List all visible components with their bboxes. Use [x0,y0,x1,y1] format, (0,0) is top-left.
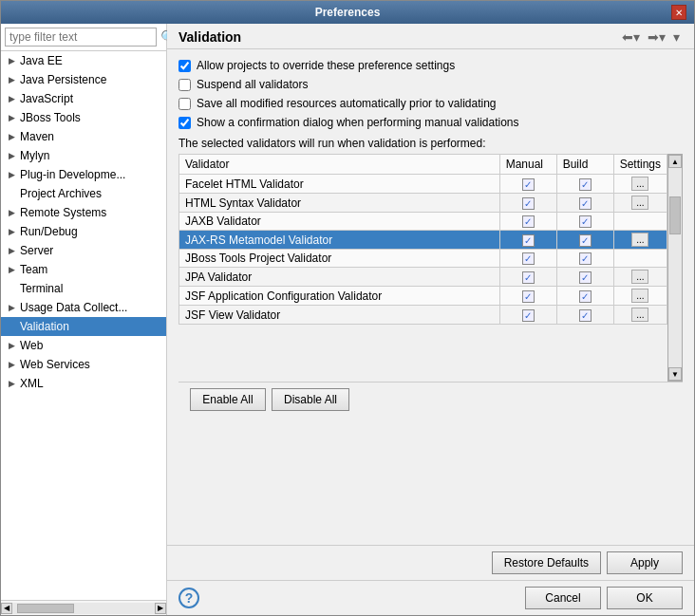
sidebar-item-maven[interactable]: ▶Maven [1,127,166,146]
checkbox-save-modified[interactable] [178,98,191,110]
settings-button[interactable]: ... [631,177,648,191]
table-vscrollbar[interactable]: ▲ ▼ [667,154,683,382]
sidebar-item-jboss-tools[interactable]: ▶JBoss Tools [1,108,166,127]
validator-name: JAXB Validator [179,213,500,231]
disable-all-button[interactable]: Disable All [272,388,349,411]
scroll-left-arrow[interactable]: ◀ [1,603,12,614]
sidebar-item-web[interactable]: ▶Web [1,336,166,355]
table-row[interactable]: JAXB Validator [179,213,667,231]
settings-cell[interactable]: ... [613,268,667,287]
apply-button[interactable]: Apply [607,551,683,574]
ok-button[interactable]: OK [607,587,683,609]
sidebar-item-label: Java Persistence [20,73,106,86]
sidebar-item-web-services[interactable]: ▶Web Services [1,355,166,374]
sidebar-item-terminal[interactable]: Terminal [1,279,166,298]
sidebar-item-team[interactable]: ▶Team [1,260,166,279]
build-cell[interactable] [556,250,613,268]
table-row[interactable]: JSF Application Configuration Validator.… [179,287,667,306]
validator-name: JAX-RS Metamodel Validator [179,231,500,250]
manual-cell[interactable] [499,231,556,250]
build-cell[interactable] [556,194,613,213]
table-row[interactable]: Facelet HTML Validator... [179,175,667,194]
settings-cell[interactable] [613,250,667,268]
sidebar-item-run-debug[interactable]: ▶Run/Debug [1,222,166,241]
vscroll-thumb [669,196,681,234]
nav-back-button[interactable]: ⬅▾ [619,29,643,45]
restore-defaults-button[interactable]: Restore Defaults [492,551,601,574]
nav-buttons: ⬅▾ ➡▾ ▾ [619,29,683,45]
close-button[interactable]: ✕ [671,5,686,20]
sidebar-item-label: Usage Data Collect... [20,301,127,314]
table-row[interactable]: JAX-RS Metamodel Validator... [179,231,667,250]
sidebar-item-project-archives[interactable]: Project Archives [1,184,166,203]
sidebar-item-validation[interactable]: Validation [1,317,166,336]
sidebar-item-usage-data[interactable]: ▶Usage Data Collect... [1,298,166,317]
settings-button[interactable]: ... [631,233,648,247]
manual-cell[interactable] [499,213,556,231]
arrow-icon: ▶ [9,227,20,236]
settings-cell[interactable]: ... [613,194,667,213]
build-checkbox-icon [579,215,592,228]
filter-input[interactable] [5,28,157,47]
checkbox-label-save-modified: Save all modified resources automaticall… [197,97,497,110]
settings-button[interactable]: ... [631,270,648,284]
cancel-button[interactable]: Cancel [525,587,601,609]
build-cell[interactable] [556,175,613,194]
sidebar-item-plugin-development[interactable]: ▶Plug-in Developme... [1,165,166,184]
sidebar-item-server[interactable]: ▶Server [1,241,166,260]
manual-cell[interactable] [499,306,556,325]
settings-cell[interactable]: ... [613,231,667,250]
settings-cell[interactable]: ... [613,175,667,194]
manual-checkbox-icon [522,215,535,228]
nav-menu-button[interactable]: ▾ [670,29,683,45]
sidebar-item-java-persistence[interactable]: ▶Java Persistence [1,70,166,89]
table-row[interactable]: JSF View Validator... [179,306,667,325]
scroll-right-arrow[interactable]: ▶ [155,603,166,614]
settings-button[interactable]: ... [631,289,648,303]
manual-cell[interactable] [499,268,556,287]
sidebar-item-javascript[interactable]: ▶JavaScript [1,89,166,108]
vscroll-down-arrow[interactable]: ▼ [668,367,682,381]
table-row[interactable]: JBoss Tools Project Validator [179,250,667,268]
settings-button[interactable]: ... [631,308,648,322]
sidebar-item-label: Server [20,244,53,257]
h-scroll-thumb [17,604,74,613]
sidebar-bottom-scroll: ◀ ▶ [1,600,166,615]
manual-cell[interactable] [499,287,556,306]
sidebar-item-remote-systems[interactable]: ▶Remote Systems [1,203,166,222]
dialog-title: Preferences [24,6,671,19]
table-scroll[interactable]: Validator Manual Build Settings Facelet … [178,154,667,382]
sidebar-item-mylyn[interactable]: ▶Mylyn [1,146,166,165]
settings-cell[interactable] [613,213,667,231]
build-cell[interactable] [556,231,613,250]
arrow-icon: ▶ [9,94,20,103]
help-icon[interactable]: ? [178,588,199,608]
build-cell[interactable] [556,268,613,287]
enable-all-button[interactable]: Enable All [190,388,266,411]
nav-forward-button[interactable]: ➡▾ [645,29,668,45]
manual-cell[interactable] [499,250,556,268]
main-panel: Validation ⬅▾ ➡▾ ▾ Allow projects to ove… [167,24,694,615]
checkbox-label-suspend-validators: Suspend all validators [197,78,308,91]
table-row[interactable]: JPA Validator... [179,268,667,287]
settings-button[interactable]: ... [631,196,648,210]
manual-checkbox-icon [522,271,535,284]
sidebar-item-xml[interactable]: ▶XML [1,374,166,393]
vscroll-up-arrow[interactable]: ▲ [668,155,682,168]
content-area: 🔍 ▶Java EE▶Java Persistence▶JavaScript▶J… [1,24,694,615]
sidebar-item-java-ee[interactable]: ▶Java EE [1,51,166,70]
checkbox-allow-override[interactable] [178,60,191,72]
settings-cell[interactable]: ... [613,306,667,325]
manual-cell[interactable] [499,194,556,213]
arrow-icon: ▶ [9,360,20,369]
table-row[interactable]: HTML Syntax Validator... [179,194,667,213]
manual-cell[interactable] [499,175,556,194]
vscroll-thumb-area [668,168,682,367]
build-cell[interactable] [556,213,613,231]
build-cell[interactable] [556,306,613,325]
checkbox-show-confirmation[interactable] [178,117,191,129]
build-cell[interactable] [556,287,613,306]
checkbox-suspend-validators[interactable] [178,79,191,91]
settings-cell[interactable]: ... [613,287,667,306]
sidebar-scroll[interactable]: ▶Java EE▶Java Persistence▶JavaScript▶JBo… [1,51,166,600]
